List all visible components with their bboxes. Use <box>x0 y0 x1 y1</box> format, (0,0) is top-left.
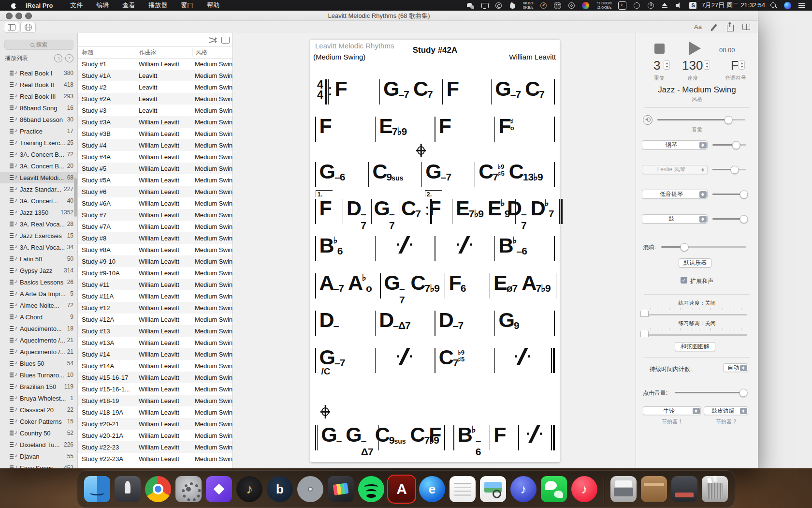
measure[interactable]: 1.F <box>316 198 344 225</box>
measure[interactable]: F♯o <box>495 116 555 143</box>
measure[interactable]: C7♭9♯5C13♭9 <box>475 161 555 188</box>
measure[interactable]: F <box>443 78 492 105</box>
playlist-item[interactable]: ♪Easy Songs...452 <box>0 462 77 468</box>
sidebar-scrollbar[interactable] <box>74 178 77 217</box>
dock-icon-final-cut[interactable] <box>328 476 354 502</box>
playlist-item[interactable]: ♪Coker Patterns15 <box>0 416 77 427</box>
tempo-stepper[interactable] <box>704 60 710 70</box>
forums-button[interactable] <box>20 22 36 33</box>
song-row[interactable]: Study #14AWilliam LeavittMedium Swing <box>78 360 232 372</box>
instrument-popup[interactable]: 低音提琴 <box>642 190 708 199</box>
song-row[interactable]: Study #3BWilliam LeavittMedium Swing <box>78 128 232 139</box>
menu-item[interactable]: 文件 <box>63 1 89 10</box>
song-row[interactable]: Study #8AWilliam LeavittMedium Swing <box>78 244 232 255</box>
song-row[interactable]: Study #1William LeavittMedium Swing <box>78 58 232 70</box>
measure[interactable]: B♭–6 <box>454 424 490 451</box>
dock-icon-music-clef[interactable]: ♪ <box>236 476 262 502</box>
measure[interactable]: A–7A♭o <box>316 272 381 299</box>
measure[interactable]: G–6 <box>316 161 369 188</box>
measure[interactable]: E7♭9 <box>376 116 435 143</box>
instrument-popup[interactable]: Leslie 风琴 <box>642 165 708 174</box>
measure[interactable]: D–7 <box>343 198 371 225</box>
repeats-stepper[interactable] <box>664 60 670 70</box>
dock-icon-external-disk[interactable] <box>671 476 697 502</box>
playlist-item[interactable]: ♪Bruya Wholest...1 <box>0 392 77 404</box>
dock-icon-archive-box[interactable] <box>641 476 667 502</box>
instrument-volume-slider[interactable] <box>712 194 746 195</box>
menu-item[interactable]: 窗口 <box>174 1 200 10</box>
song-row[interactable]: Study #18-19AWilliam LeavittMedium Swing <box>78 406 232 418</box>
song-row[interactable]: Study #2ALeavittMedium Swing <box>78 93 232 105</box>
shuffle-icon[interactable] <box>209 37 217 44</box>
edit-button[interactable] <box>709 22 720 31</box>
playlist-item[interactable]: ♪3A. Concert B...72 <box>0 149 77 160</box>
display-icon[interactable] <box>481 2 488 9</box>
dock-icon-acrobat[interactable]: A <box>389 476 415 502</box>
split-view-button[interactable] <box>740 22 752 31</box>
song-row[interactable]: Study #11William LeavittMedium Swing <box>78 279 232 290</box>
playlist-item[interactable]: ♪3A. Concert B...20 <box>0 160 77 172</box>
measure[interactable]: F <box>425 424 454 451</box>
instrument-popup[interactable]: 钢琴 <box>642 140 708 149</box>
measure[interactable]: B♭6 <box>316 235 376 262</box>
rings-icon[interactable] <box>568 2 575 9</box>
practice-transpose-slider[interactable] <box>644 334 747 336</box>
measure[interactable]: G–7C7 <box>380 78 443 105</box>
eject-icon[interactable] <box>661 2 668 9</box>
playlist-item[interactable]: ♪A Chord9 <box>0 311 77 323</box>
playlist-item[interactable]: ♪Real Book III293 <box>0 90 77 102</box>
column-composer[interactable]: 作曲家 <box>136 48 193 57</box>
song-row[interactable]: Study #13William LeavittMedium Swing <box>78 325 232 337</box>
click-volume-slider[interactable] <box>675 392 746 393</box>
measure[interactable]: B♭–6 <box>495 235 555 262</box>
search-input[interactable]: 搜索 <box>4 40 73 50</box>
song-row[interactable]: Study #11AWilliam LeavittMedium Swing <box>78 290 232 302</box>
playlist-item[interactable]: ♪86band Lesson30 <box>0 114 77 125</box>
measure[interactable]: F <box>435 116 495 143</box>
default-instruments-button[interactable]: 默认乐器 <box>679 258 711 268</box>
song-row[interactable]: Study #15-16-1...William LeavittMedium S… <box>78 383 232 395</box>
measure[interactable]: C9susC7♭9 <box>372 424 426 451</box>
measure[interactable]: E7♭9E♭9 <box>452 198 504 225</box>
face-icon[interactable] <box>554 2 561 9</box>
measure[interactable]: D–7D♭7 <box>504 198 555 225</box>
song-row[interactable]: Study #12William LeavittMedium Swing <box>78 302 232 314</box>
song-row[interactable]: Study #20-21AWilliam LeavittMedium Swing <box>78 430 232 441</box>
dock-icon-apple-music[interactable]: ♪ <box>571 476 597 502</box>
dock-icon-dvd-disc[interactable] <box>297 476 323 502</box>
measure[interactable]: C9sus <box>369 161 422 188</box>
measure[interactable]: D–7 <box>435 310 495 337</box>
playlist-item[interactable]: ♪Aquecimento /...21 <box>0 346 77 358</box>
playlist-item[interactable]: ♪Real Book I380 <box>0 67 77 79</box>
slider-knob[interactable] <box>732 141 740 149</box>
color-wheel-icon[interactable] <box>582 2 589 9</box>
volume-icon[interactable] <box>675 2 682 9</box>
instrument-volume-slider[interactable] <box>712 218 746 220</box>
measure[interactable]: F <box>490 424 519 451</box>
menu-clock[interactable]: 7月27日 周二 21:32:54 <box>701 1 765 10</box>
dock-icon-blue-browser[interactable]: e <box>419 476 445 502</box>
playlist-item[interactable]: ♪Latin 5050 <box>0 253 77 265</box>
measure[interactable]: F6 <box>445 272 490 299</box>
measure[interactable]: D– <box>316 310 376 337</box>
measure[interactable] <box>495 347 555 374</box>
song-row[interactable]: Study #7William LeavittMedium Swing <box>78 209 232 221</box>
playlist-item[interactable]: ♪3A. Concert...40 <box>0 195 77 207</box>
metronome2-popup[interactable]: 鼓皮边缘 <box>704 406 748 415</box>
playlist-item[interactable]: ♪Jazz Standar...227 <box>0 183 77 195</box>
menu-item[interactable]: 查看 <box>116 1 142 10</box>
slider-knob[interactable] <box>730 165 739 174</box>
song-row[interactable]: Study #7AWilliam LeavittMedium Swing <box>78 221 232 232</box>
playlist-item[interactable]: ♪Aimee Nolte...72 <box>0 299 77 311</box>
practice-speed-slider[interactable] <box>644 314 747 315</box>
dock-icon-spotify[interactable] <box>358 476 384 502</box>
menu-item[interactable]: 帮助 <box>200 1 226 10</box>
measure[interactable]: G–7C7 <box>492 78 555 105</box>
siri-icon[interactable] <box>784 2 791 9</box>
song-row[interactable]: Study #20-21William LeavittMedium Swing <box>78 418 232 430</box>
cat-icon[interactable] <box>509 2 516 9</box>
menu-item[interactable]: 播放器 <box>142 1 174 10</box>
dock-icon-trash[interactable] <box>702 476 728 502</box>
measure[interactable]: D–Δ7 <box>376 310 435 337</box>
dock-icon-system-preferences[interactable] <box>175 476 202 502</box>
